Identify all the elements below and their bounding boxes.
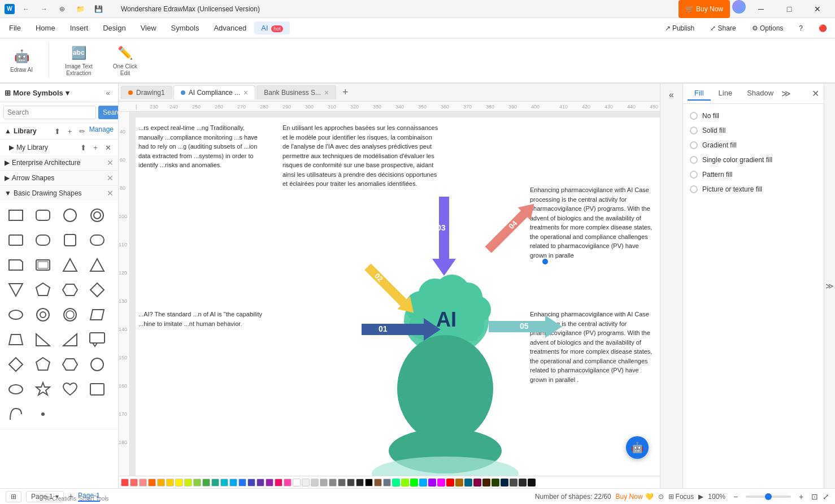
layer-icon[interactable]: ⊙: [658, 493, 664, 501]
color-swatch-44[interactable]: [519, 479, 527, 486]
fill-option-none[interactable]: No fill: [688, 108, 819, 123]
publish-btn[interactable]: ↗ Publish: [659, 22, 701, 34]
fill-option-pattern[interactable]: Pattern fill: [688, 167, 819, 182]
shape-diamond-2[interactable]: [5, 353, 27, 376]
shape-rectangle[interactable]: [5, 204, 27, 227]
tab-drawing1[interactable]: Drawing1: [121, 86, 172, 99]
library-manage-icon[interactable]: ✏: [77, 125, 88, 137]
focus-btn[interactable]: ⊞ Focus: [668, 493, 694, 501]
menu-home[interactable]: Home: [29, 21, 62, 34]
shape-donut[interactable]: [32, 303, 54, 326]
shape-pentagon[interactable]: [32, 279, 54, 301]
color-swatch-17[interactable]: [275, 479, 282, 486]
fit-btn[interactable]: ⊡: [811, 492, 818, 501]
zoom-in-btn[interactable]: +: [795, 491, 807, 502]
library-export-icon[interactable]: ⬆: [52, 125, 63, 137]
shape-parallelogram[interactable]: [86, 303, 108, 326]
color-swatch-35[interactable]: [437, 479, 445, 486]
color-swatch-4[interactable]: [157, 479, 165, 486]
library-label[interactable]: ▲ Library: [5, 127, 37, 135]
menu-symbols[interactable]: Symbols: [164, 21, 206, 34]
shape-triangle-2[interactable]: [86, 254, 108, 276]
shape-snip[interactable]: [5, 254, 27, 276]
new-btn[interactable]: ⊕: [54, 2, 70, 16]
basic-drawing-shapes-close[interactable]: ✕: [107, 189, 114, 198]
shape-rect-2[interactable]: [5, 229, 27, 251]
enterprise-architecture-close[interactable]: ✕: [107, 158, 114, 167]
edraw-ai-btn[interactable]: 🤖 Edraw AI: [6, 45, 37, 76]
share-btn[interactable]: ⤢ Share: [704, 22, 741, 34]
color-swatch-43[interactable]: [510, 479, 517, 486]
color-swatch-15[interactable]: [256, 479, 264, 486]
color-swatch-33[interactable]: [419, 479, 427, 486]
color-swatch-27[interactable]: [365, 479, 373, 486]
color-swatch-42[interactable]: [501, 479, 508, 486]
shape-partial-1[interactable]: [5, 403, 27, 425]
color-swatch-36[interactable]: [446, 479, 454, 486]
my-library-item[interactable]: ▶ My Library ⬆ + ✕: [0, 140, 118, 155]
canvas-page[interactable]: ...rs expect real-time ...ng Traditional…: [136, 118, 660, 476]
panel-tab-line[interactable]: Line: [712, 86, 740, 101]
undo-btn[interactable]: ←: [18, 2, 34, 16]
color-swatch-23[interactable]: [329, 479, 337, 486]
zoom-out-btn[interactable]: −: [730, 491, 741, 502]
color-swatch-28[interactable]: [374, 479, 382, 486]
shape-dot[interactable]: [32, 403, 54, 425]
color-swatch-34[interactable]: [428, 479, 436, 486]
color-swatch-12[interactable]: [229, 479, 237, 486]
shape-callout[interactable]: [86, 328, 108, 351]
manage-label[interactable]: Manage: [89, 125, 114, 137]
color-swatch-2[interactable]: [139, 479, 147, 486]
shape-right-triangle[interactable]: [32, 328, 54, 351]
expand-panel-icon[interactable]: «: [663, 86, 681, 104]
menu-design[interactable]: Design: [96, 21, 132, 34]
shape-ring-3[interactable]: [86, 353, 108, 376]
color-swatch-1[interactable]: [130, 479, 138, 486]
color-swatch-20[interactable]: [302, 479, 310, 486]
ai-float-button[interactable]: 🤖: [626, 436, 649, 459]
shape-pentagon-2[interactable]: [32, 353, 54, 376]
zoom-slider[interactable]: [746, 496, 791, 498]
color-swatch-3[interactable]: [148, 479, 156, 486]
shape-rect-6[interactable]: [86, 378, 108, 401]
search-input[interactable]: [3, 106, 96, 119]
color-swatch-39[interactable]: [473, 479, 481, 486]
shape-hexagon-2[interactable]: [59, 353, 81, 376]
tab-bank-business[interactable]: Bank Business S... ×: [256, 85, 336, 99]
color-swatch-24[interactable]: [338, 479, 346, 486]
canvas[interactable]: 40 60 80 100 110 120 130 140 150 160 170…: [119, 112, 660, 476]
shape-bevel[interactable]: [32, 254, 54, 276]
tab-add-button[interactable]: +: [337, 85, 353, 101]
color-swatch-7[interactable]: [184, 479, 192, 486]
color-swatch-10[interactable]: [211, 479, 219, 486]
my-lib-close[interactable]: ✕: [102, 142, 114, 153]
color-swatch-11[interactable]: [220, 479, 228, 486]
shape-triangle[interactable]: [59, 254, 81, 276]
help-btn[interactable]: ?: [793, 22, 808, 34]
color-swatch-26[interactable]: [356, 479, 364, 486]
alert-btn[interactable]: 🔴: [813, 22, 833, 34]
shape-ring[interactable]: [86, 204, 108, 227]
fill-option-single-gradient[interactable]: Single color gradient fill: [688, 153, 819, 167]
library-add-icon[interactable]: +: [64, 125, 76, 137]
color-swatch-30[interactable]: [392, 479, 400, 486]
shape-ellipse-2[interactable]: [5, 378, 27, 401]
color-swatch-41[interactable]: [492, 479, 499, 486]
shape-star[interactable]: [32, 378, 54, 401]
shape-ring2[interactable]: [59, 303, 81, 326]
arrow-shapes-close[interactable]: ✕: [107, 173, 114, 183]
shape-rect-4[interactable]: [59, 229, 81, 251]
fullscreen-btn[interactable]: ⤢: [823, 492, 829, 501]
tab-ai-compliance[interactable]: AI Compliance ... ×: [173, 85, 256, 99]
arrow-shapes-header[interactable]: ▶ Arrow Shapes ✕: [0, 171, 118, 185]
color-swatch-18[interactable]: [284, 479, 292, 486]
color-swatch-40[interactable]: [482, 479, 490, 486]
color-swatch-0[interactable]: [121, 479, 129, 486]
color-swatch-9[interactable]: [202, 479, 210, 486]
shape-trapezoid[interactable]: [5, 328, 27, 351]
page-indicator-icon[interactable]: ⊞: [6, 491, 21, 502]
color-swatch-16[interactable]: [266, 479, 273, 486]
buy-now-button[interactable]: 🛒 Buy Now: [679, 0, 730, 18]
options-btn[interactable]: ⚙ Options: [746, 22, 789, 34]
color-swatch-32[interactable]: [410, 479, 418, 486]
